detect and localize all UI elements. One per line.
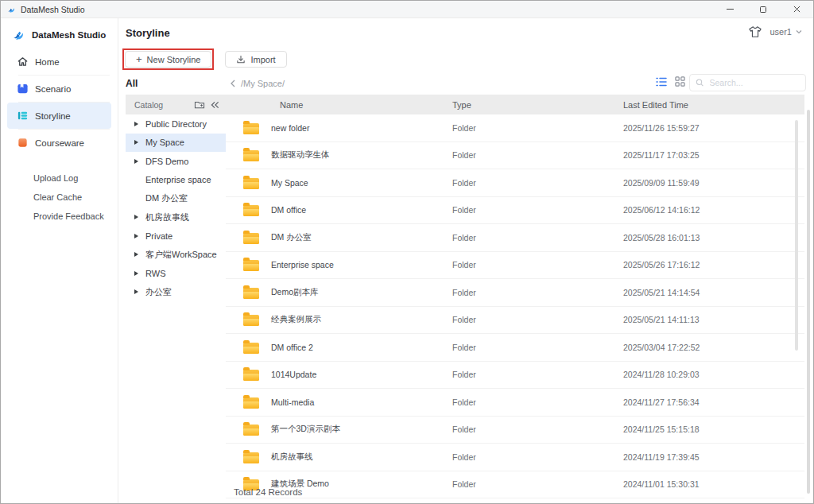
maximize-icon bbox=[760, 6, 766, 13]
catalog-item[interactable]: RWS bbox=[126, 264, 226, 283]
list-view-icon bbox=[656, 77, 667, 87]
expand-arrow-icon bbox=[134, 140, 138, 145]
sidebar-link[interactable]: Upload Log bbox=[1, 169, 118, 188]
catalog-item[interactable]: DFS Demo bbox=[126, 152, 226, 171]
table-row[interactable]: DM office 2 Folder 2025/03/04 17:22:52 bbox=[226, 334, 804, 362]
collapse-panel-button[interactable] bbox=[211, 101, 219, 109]
table-row[interactable]: 第一个3D演示剧本 Folder 2024/11/25 15:15:18 bbox=[226, 417, 804, 444]
grid-view-icon bbox=[675, 76, 685, 87]
file-name: Multi-media bbox=[271, 397, 314, 407]
sidebar-item-label: Courseware bbox=[35, 138, 84, 148]
search-input[interactable] bbox=[708, 77, 800, 88]
page-title: Storyline bbox=[126, 27, 170, 39]
table-row[interactable]: 机房故事线 Folder 2024/11/19 17:39:45 bbox=[226, 444, 804, 471]
catalog-item[interactable]: Enterprise space bbox=[126, 171, 226, 190]
user-menu[interactable]: user1 bbox=[769, 27, 802, 37]
back-chevron-icon[interactable] bbox=[230, 79, 236, 87]
theme-shirt-icon[interactable] bbox=[748, 25, 762, 38]
table-row[interactable]: My Space Folder 2025/09/09 11:59:49 bbox=[226, 169, 804, 197]
sidebar-item-courseware[interactable]: Courseware bbox=[7, 130, 111, 156]
column-name: Name bbox=[226, 100, 443, 110]
file-time: 2025/05/28 16:01:13 bbox=[614, 233, 804, 242]
storyline-icon bbox=[17, 110, 29, 122]
sidebar: DataMesh Studio Home Scenario Storyline bbox=[1, 18, 118, 503]
import-button[interactable]: Import bbox=[225, 51, 286, 68]
file-name: 机房故事线 bbox=[271, 452, 313, 463]
catalog-item[interactable]: 客户端WorkSpace bbox=[126, 246, 226, 265]
catalog-item-label: 客户端WorkSpace bbox=[145, 249, 217, 261]
file-name: Demo剧本库 bbox=[271, 287, 319, 298]
table-row[interactable]: Enterprise space Folder 2025/05/26 17:16… bbox=[226, 252, 804, 280]
sidebar-link[interactable]: Clear Cache bbox=[1, 188, 118, 207]
catalog-panel: Catalog Public Directory My Space bbox=[126, 95, 226, 503]
catalog-item[interactable]: My Space bbox=[126, 134, 226, 153]
titlebar: DataMesh Studio bbox=[1, 1, 813, 18]
file-type: Folder bbox=[443, 233, 614, 242]
courseware-icon bbox=[17, 137, 29, 149]
expand-arrow-icon bbox=[134, 252, 138, 257]
file-time: 2025/05/21 14:11:13 bbox=[614, 315, 804, 324]
catalog-item[interactable]: DM 办公室 bbox=[126, 189, 226, 208]
close-icon bbox=[793, 6, 800, 13]
import-label: Import bbox=[250, 55, 275, 64]
logo-text: DataMesh Studio bbox=[32, 30, 106, 40]
page-scrollbar[interactable] bbox=[807, 110, 810, 494]
file-time: 2025/05/26 17:16:12 bbox=[614, 260, 804, 269]
folder-icon bbox=[243, 288, 259, 299]
file-time: 2025/03/04 17:22:52 bbox=[614, 343, 804, 352]
table-row[interactable]: 数据驱动孪生体 Folder 2025/11/17 17:03:25 bbox=[226, 142, 804, 170]
grid-view-button[interactable] bbox=[675, 76, 685, 87]
double-chevron-left-icon bbox=[211, 101, 219, 109]
new-storyline-button[interactable]: + New Storyline bbox=[125, 51, 211, 68]
folder-icon bbox=[243, 150, 259, 161]
file-name: 1014Update bbox=[271, 370, 316, 379]
sidebar-item-label: Scenario bbox=[35, 84, 71, 94]
file-type: Folder bbox=[443, 479, 614, 489]
sidebar-link[interactable]: Provide Feedback bbox=[1, 207, 118, 226]
table-scrollbar[interactable] bbox=[795, 120, 798, 351]
main-content: Storyline user1 + New Storyline Import bbox=[118, 18, 813, 503]
close-button[interactable] bbox=[780, 1, 813, 17]
username: user1 bbox=[769, 27, 792, 37]
list-view-button[interactable] bbox=[656, 77, 667, 87]
file-time: 2024/11/01 15:30:31 bbox=[614, 479, 804, 489]
catalog-item[interactable]: 机房故事线 bbox=[126, 208, 226, 227]
file-type: Folder bbox=[443, 288, 614, 297]
file-time: 2024/11/27 17:56:34 bbox=[614, 397, 804, 407]
new-storyline-label: New Storyline bbox=[147, 55, 201, 64]
file-name: DM 办公室 bbox=[271, 232, 312, 243]
maximize-button[interactable] bbox=[746, 1, 780, 17]
catalog-item-label: My Space bbox=[145, 138, 184, 147]
new-folder-button[interactable] bbox=[194, 100, 205, 110]
sidebar-item-storyline[interactable]: Storyline bbox=[7, 103, 111, 129]
window-title: DataMesh Studio bbox=[21, 5, 85, 14]
file-time: 2024/11/25 15:15:18 bbox=[614, 425, 804, 434]
sidebar-item-home[interactable]: Home bbox=[7, 48, 111, 75]
file-type: Folder bbox=[443, 452, 614, 462]
expand-arrow-icon bbox=[134, 159, 138, 164]
catalog-item-label: Private bbox=[145, 231, 172, 241]
file-name: 经典案例展示 bbox=[271, 314, 321, 325]
filter-all-label: All bbox=[126, 78, 138, 89]
file-type: Folder bbox=[443, 205, 614, 215]
logo-bird-icon bbox=[12, 28, 25, 41]
file-name: DM office bbox=[271, 205, 306, 215]
table-row[interactable]: DM office Folder 2025/06/12 14:16:12 bbox=[226, 197, 804, 225]
table-row[interactable]: 经典案例展示 Folder 2025/05/21 14:11:13 bbox=[226, 307, 804, 335]
file-type: Folder bbox=[443, 343, 614, 352]
table-row[interactable]: 建筑场景 Demo Folder 2024/11/01 15:30:31 bbox=[226, 471, 804, 499]
sidebar-item-scenario[interactable]: Scenario bbox=[7, 76, 111, 102]
catalog-item[interactable]: Private bbox=[126, 227, 226, 246]
catalog-item[interactable]: Public Directory bbox=[126, 114, 226, 134]
table-row[interactable]: 1014Update Folder 2024/11/28 10:29:03 bbox=[226, 362, 804, 390]
table-row[interactable]: new folder Folder 2025/11/26 15:59:27 bbox=[226, 114, 804, 142]
table-row[interactable]: Demo剧本库 Folder 2025/05/21 14:14:54 bbox=[226, 279, 804, 307]
table-row[interactable]: DM 办公室 Folder 2025/05/28 16:01:13 bbox=[226, 224, 804, 252]
breadcrumb-path[interactable]: /My Space/ bbox=[241, 79, 285, 88]
folder-icon bbox=[243, 452, 259, 463]
app-window: DataMesh Studio DataMesh Studio Home Sce… bbox=[0, 0, 814, 504]
minimize-button[interactable] bbox=[713, 1, 746, 17]
table-row[interactable]: Multi-media Folder 2024/11/27 17:56:34 bbox=[226, 389, 804, 417]
catalog-item[interactable]: 办公室 bbox=[126, 283, 226, 302]
file-table: Name Type Last Edited Time new folder Fo… bbox=[226, 95, 804, 503]
